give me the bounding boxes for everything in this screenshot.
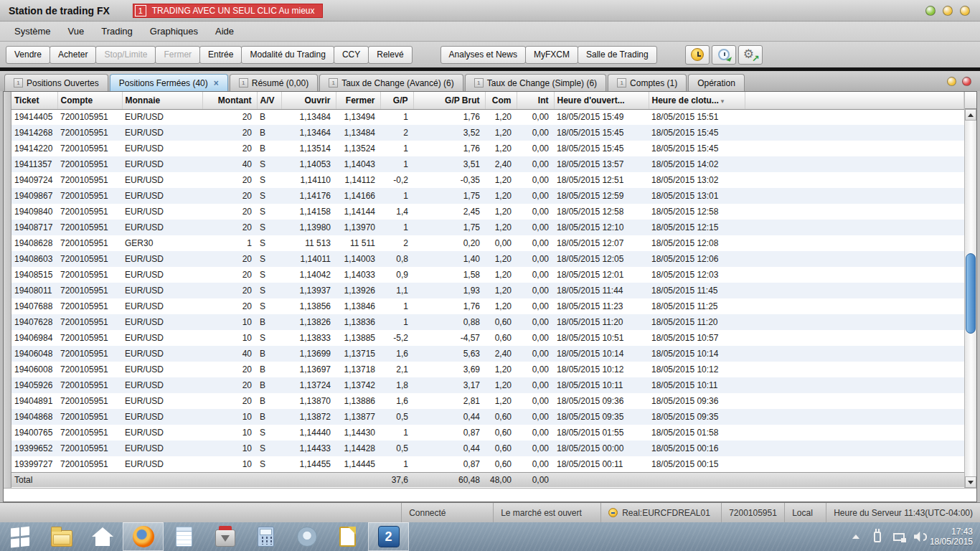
tab-resume-0-00[interactable]: 1Résumé (0,00) <box>230 74 318 91</box>
ccy-button[interactable]: CCY <box>334 46 369 64</box>
table-row[interactable]: 194086037200105951EUR/USD20S1,140111,140… <box>11 251 964 267</box>
banner-text: TRADING AVEC UN SEUL CLIC Au mieux <box>152 6 315 16</box>
column-header-int[interactable]: Int <box>517 92 554 109</box>
column-header-compte[interactable]: Compte <box>57 92 122 109</box>
connection-status: Connecté <box>401 503 493 522</box>
table-row[interactable]: 194048687200105951EUR/USD10B1,138721,138… <box>11 409 964 425</box>
scrollbar-track[interactable] <box>965 121 976 476</box>
chevron-up-icon[interactable] <box>849 529 862 544</box>
taskbar-install-tool-button[interactable] <box>204 522 245 551</box>
table-row[interactable]: 194069847200105951EUR/USD10S1,138331,138… <box>11 330 964 346</box>
scrollbar-corner <box>965 92 976 109</box>
column-header-monnaie[interactable]: Monnaie <box>122 92 202 109</box>
tab-close-icon[interactable]: × <box>214 78 219 88</box>
table-row[interactable]: 194144057200105951EUR/USD20B1,134841,134… <box>11 109 964 125</box>
scroll-up-button[interactable] <box>965 109 976 121</box>
file-explorer-icon <box>51 530 72 547</box>
table-row[interactable]: 194007657200105951EUR/USD10S1,144401,144… <box>11 425 964 441</box>
scroll-down-button[interactable] <box>965 476 976 488</box>
analyses-et-news-button[interactable]: Analyses et News <box>440 46 526 64</box>
table-row[interactable]: 194076287200105951EUR/USD10B1,138261,138… <box>11 314 964 330</box>
taskbar-firefox-button[interactable] <box>123 522 164 551</box>
banner-badge: 1 <box>135 5 146 17</box>
settings-sync-button[interactable] <box>738 45 763 65</box>
acheter-button[interactable]: Acheter <box>50 46 96 64</box>
history-clock-button[interactable] <box>712 45 736 65</box>
column-header-g-p-brut[interactable]: G/P Brut <box>413 92 485 109</box>
table-row[interactable]: 194098407200105951EUR/USD20S1,141581,141… <box>11 204 964 220</box>
table-row[interactable]: 194087177200105951EUR/USD20S1,139801,139… <box>11 220 964 235</box>
salle-de-trading-button[interactable]: Salle de Trading <box>578 46 657 64</box>
power-plug-icon[interactable] <box>871 529 884 544</box>
menu-item-trading[interactable]: Trading <box>93 23 141 39</box>
tab-taux-de-change-avance-6[interactable]: 1Taux de Change (Avancé) (6) <box>319 74 463 91</box>
panel-icon: 1 <box>239 78 248 88</box>
total-label: Total <box>11 472 380 487</box>
tab-positions-fermees-40[interactable]: Positions Fermées (40)× <box>110 74 228 91</box>
table-row[interactable]: 194060487200105951EUR/USD40B1,136991,137… <box>11 346 964 362</box>
column-header-heure-de-clotu[interactable]: Heure de clotu...▾ <box>649 92 745 109</box>
table-row[interactable]: 193997277200105951EUR/USD10S1,144551,144… <box>11 456 964 472</box>
server-clock-button[interactable] <box>685 45 710 65</box>
tab-taux-de-change-simple-6[interactable]: 1Taux de Change (Simple) (6) <box>465 74 606 91</box>
table-row[interactable]: 194098677200105951EUR/USD20S1,141761,141… <box>11 188 964 204</box>
column-header-a-v[interactable]: A/V <box>257 92 281 109</box>
taskbar-start-button[interactable] <box>0 522 41 551</box>
column-header-montant[interactable]: Montant <box>202 92 257 109</box>
scrollbar-thumb[interactable] <box>966 253 976 334</box>
history-clock-icon <box>718 49 730 60</box>
table-row[interactable]: 194076887200105951EUR/USD20S1,138561,138… <box>11 298 964 314</box>
modalite-du-trading-button[interactable]: Modalité du Trading <box>241 46 334 64</box>
taskbar-clock[interactable]: 17:43 18/05/2015 <box>930 527 973 547</box>
taskbar-trading-station-button[interactable]: 2 <box>368 522 409 551</box>
tab-comptes-1[interactable]: 1Comptes (1) <box>608 74 687 91</box>
table-row[interactable]: 194086287200105951GER301S11 51311 51120,… <box>11 235 964 251</box>
title-bar: Station de trading FX 1 TRADING AVEC UN … <box>0 0 980 22</box>
releve-button[interactable]: Relevé <box>368 46 412 64</box>
table-row[interactable]: 194048917200105951EUR/USD20B1,138701,138… <box>11 393 964 409</box>
panel-close-button[interactable] <box>962 77 971 86</box>
vendre-button[interactable]: Vendre <box>6 46 50 64</box>
taskbar-home-button[interactable] <box>82 522 123 551</box>
table-row[interactable]: 194142687200105951EUR/USD20B1,134641,134… <box>11 125 964 141</box>
fermer-button: Fermer <box>155 46 200 64</box>
taskbar-chromium-button[interactable] <box>286 522 327 551</box>
column-header-ticket[interactable]: Ticket <box>11 92 57 109</box>
panel-minimize-button[interactable] <box>947 77 956 86</box>
myfxcm-button[interactable]: MyFXCM <box>525 46 578 64</box>
menu-item-aide[interactable]: Aide <box>207 23 242 39</box>
network-icon[interactable] <box>892 529 905 544</box>
volume-icon[interactable] <box>914 529 927 544</box>
menu-item-vue[interactable]: Vue <box>60 23 93 39</box>
window-close-button[interactable] <box>960 6 970 16</box>
window-status-button[interactable] <box>925 6 936 16</box>
table-row[interactable]: 194060087200105951EUR/USD20B1,136971,137… <box>11 362 964 377</box>
taskbar-file-explorer-button[interactable] <box>41 522 82 551</box>
column-header-heure-d-ouvert[interactable]: Heure d'ouvert... <box>554 92 649 109</box>
column-header-fermer[interactable]: Fermer <box>336 92 380 109</box>
tab-positions-ouvertes[interactable]: 1Positions Ouvertes <box>4 74 108 91</box>
vertical-scrollbar[interactable] <box>964 92 976 488</box>
one-click-trading-banner[interactable]: 1 TRADING AVEC UN SEUL CLIC Au mieux <box>133 4 323 18</box>
panel-icon: 1 <box>617 78 626 88</box>
table-row[interactable]: 194059267200105951EUR/USD20B1,137241,137… <box>11 377 964 393</box>
table-row[interactable]: 194085157200105951EUR/USD20S1,140421,140… <box>11 267 964 283</box>
menu-item-graphiques[interactable]: Graphiques <box>141 23 207 39</box>
taskbar-libreoffice-button[interactable] <box>327 522 368 551</box>
column-header-com[interactable]: Com <box>485 92 517 109</box>
table-row[interactable]: 194142207200105951EUR/USD20B1,135141,135… <box>11 141 964 156</box>
window-buttons <box>925 6 970 16</box>
window-minimize-button[interactable] <box>943 6 953 16</box>
column-header-ouvrir[interactable]: Ouvrir <box>281 92 336 109</box>
column-header-g-p[interactable]: G/P <box>380 92 413 109</box>
table-row[interactable]: 194097247200105951EUR/USD20S1,141101,141… <box>11 172 964 188</box>
table-row[interactable]: 193996527200105951EUR/USD10S1,144331,144… <box>11 441 964 456</box>
table-row[interactable]: 194113577200105951EUR/USD40S1,140531,140… <box>11 156 964 172</box>
entree-button[interactable]: Entrée <box>199 46 242 64</box>
taskbar-calculator-button[interactable] <box>245 522 286 551</box>
horizontal-scrollbar[interactable] <box>4 488 976 501</box>
table-row[interactable]: 194080117200105951EUR/USD20S1,139371,139… <box>11 283 964 298</box>
tab-operation[interactable]: Opération <box>688 74 745 91</box>
menu-item-systeme[interactable]: Système <box>6 23 60 39</box>
taskbar-notepad-button[interactable] <box>164 522 204 551</box>
